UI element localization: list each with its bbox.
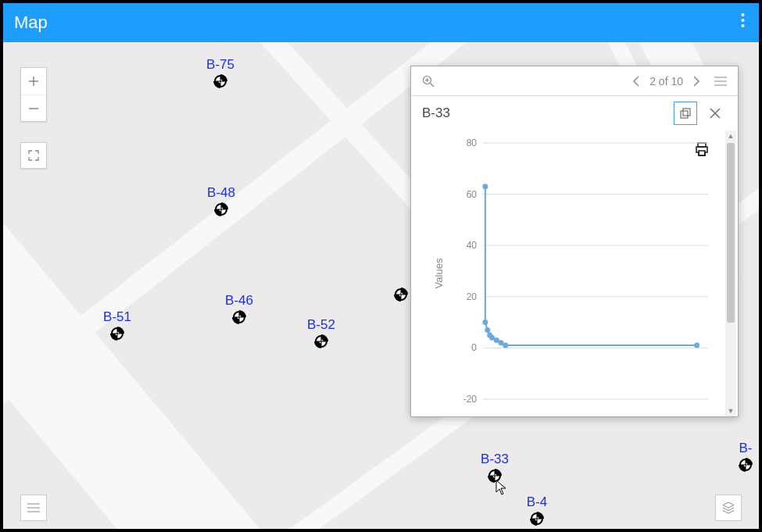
marker-label: B-46 bbox=[225, 293, 253, 309]
map-marker[interactable]: B-48 bbox=[214, 202, 228, 216]
svg-text:0: 0 bbox=[471, 342, 477, 353]
marker-symbol-icon bbox=[232, 310, 246, 324]
map-marker[interactable]: B-52 bbox=[314, 334, 328, 348]
svg-rect-22 bbox=[681, 111, 688, 118]
marker-label: B-52 bbox=[307, 317, 335, 333]
legend-button[interactable] bbox=[20, 495, 47, 521]
popup-options-button[interactable] bbox=[711, 73, 730, 89]
chart-container: Values -20020406080 bbox=[425, 134, 714, 413]
popup-title-row: B-33 bbox=[411, 96, 738, 130]
scroll-down-icon: ▼ bbox=[725, 405, 736, 416]
app-header: Map bbox=[3, 3, 759, 42]
map-marker[interactable]: B-75 bbox=[213, 74, 227, 88]
chart-svg[interactable]: -20020406080 bbox=[452, 134, 714, 413]
svg-text:80: 80 bbox=[467, 137, 478, 148]
svg-point-0 bbox=[742, 13, 745, 16]
feature-popup: 2 of 10 B-33 bbox=[410, 66, 739, 417]
svg-point-39 bbox=[482, 320, 488, 325]
marker-symbol-icon bbox=[488, 469, 502, 483]
svg-point-38 bbox=[482, 184, 488, 189]
zoom-to-button[interactable] bbox=[419, 72, 438, 91]
map-marker[interactable]: B-4 bbox=[530, 512, 544, 526]
marker-symbol-icon bbox=[214, 202, 228, 216]
marker-symbol-icon bbox=[530, 512, 544, 526]
scroll-up-icon: ▲ bbox=[725, 130, 736, 141]
pager-text: 2 of 10 bbox=[649, 75, 683, 87]
svg-text:-20: -20 bbox=[463, 394, 478, 405]
marker-label: B-51 bbox=[103, 309, 131, 325]
zoom-out-button[interactable] bbox=[21, 95, 46, 121]
map-marker[interactable]: B-46 bbox=[232, 310, 246, 324]
svg-point-46 bbox=[694, 343, 699, 348]
svg-rect-23 bbox=[683, 109, 690, 116]
svg-text:60: 60 bbox=[467, 189, 478, 200]
marker-label: B-33 bbox=[481, 452, 509, 467]
dock-popup-button[interactable] bbox=[674, 102, 697, 125]
marker-symbol-icon bbox=[213, 74, 227, 88]
marker-label: B- bbox=[739, 441, 753, 456]
popup-toolbar: 2 of 10 bbox=[411, 66, 738, 96]
map-marker[interactable]: B-33 bbox=[488, 469, 502, 483]
map-marker[interactable] bbox=[394, 287, 408, 302]
marker-label: B-48 bbox=[207, 185, 235, 201]
basemap-layers-button[interactable] bbox=[715, 495, 742, 521]
marker-symbol-icon bbox=[394, 287, 408, 302]
svg-point-2 bbox=[742, 24, 745, 27]
close-popup-button[interactable] bbox=[703, 102, 727, 125]
popup-pager: 2 of 10 bbox=[629, 73, 703, 90]
popup-scrollbar[interactable]: ▲ ▼ bbox=[725, 130, 736, 416]
marker-label: B-75 bbox=[206, 57, 234, 73]
marker-symbol-icon bbox=[110, 327, 124, 341]
pager-prev-button[interactable] bbox=[629, 73, 643, 90]
svg-text:40: 40 bbox=[467, 240, 478, 251]
popup-title: B-33 bbox=[422, 105, 450, 121]
marker-symbol-icon bbox=[314, 334, 328, 348]
popup-body: ▲ ▼ Values -20020406080 bbox=[411, 130, 738, 416]
svg-point-1 bbox=[742, 19, 745, 22]
marker-symbol-icon bbox=[739, 458, 753, 472]
svg-point-45 bbox=[503, 343, 508, 348]
header-overflow-menu-button[interactable] bbox=[738, 9, 748, 36]
zoom-control bbox=[20, 67, 47, 122]
page-title: Map bbox=[14, 12, 738, 33]
pager-next-button[interactable] bbox=[689, 73, 703, 90]
map-marker[interactable]: B- bbox=[739, 458, 753, 472]
zoom-in-button[interactable] bbox=[21, 68, 46, 95]
map-marker[interactable]: B-51 bbox=[110, 327, 124, 341]
map-canvas[interactable]: B-75B-48B-51B-46B-52B-33B-4B- 2 of 10 bbox=[3, 42, 759, 529]
scroll-thumb[interactable] bbox=[727, 143, 735, 323]
y-axis-label: Values bbox=[433, 259, 445, 289]
svg-text:20: 20 bbox=[467, 291, 478, 302]
fullscreen-button[interactable] bbox=[20, 142, 47, 169]
marker-label: B-4 bbox=[527, 495, 547, 510]
svg-point-40 bbox=[485, 327, 490, 333]
